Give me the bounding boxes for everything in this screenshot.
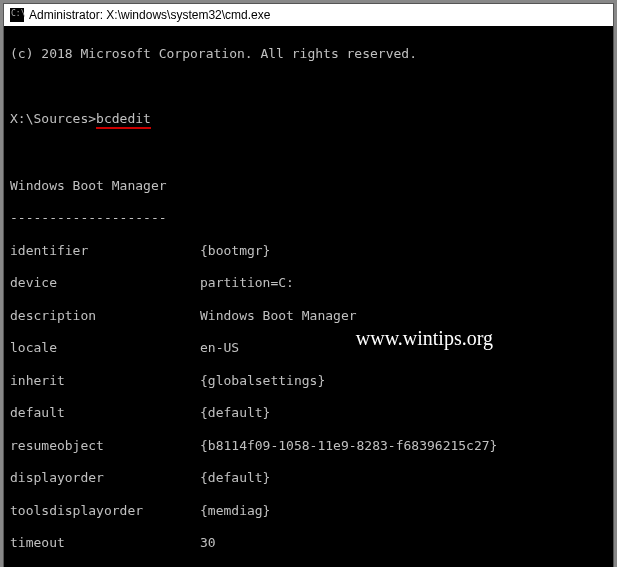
prompt-text: X:\Sources>: [10, 111, 96, 126]
bm-locale: localeen-US: [10, 340, 607, 356]
bm-inherit: inherit{globalsettings}: [10, 373, 607, 389]
bm-description: descriptionWindows Boot Manager: [10, 308, 607, 324]
bm-resumeobject: resumeobject{b8114f09-1058-11e9-8283-f68…: [10, 438, 607, 454]
cmd-window: Administrator: X:\windows\system32\cmd.e…: [3, 3, 614, 567]
bm-timeout: timeout30: [10, 535, 607, 551]
prompt-line-1: X:\Sources>bcdedit: [10, 111, 607, 129]
section-boot-manager-title: Windows Boot Manager: [10, 178, 607, 194]
section-divider: --------------------: [10, 210, 607, 226]
bm-default: default{default}: [10, 405, 607, 421]
titlebar[interactable]: Administrator: X:\windows\system32\cmd.e…: [4, 4, 613, 26]
bm-displayorder: displayorder{default}: [10, 470, 607, 486]
terminal-area[interactable]: (c) 2018 Microsoft Corporation. All righ…: [4, 26, 613, 567]
bm-device: devicepartition=C:: [10, 275, 607, 291]
bm-identifier: identifier{bootmgr}: [10, 243, 607, 259]
bm-toolsdisplayorder: toolsdisplayorder{memdiag}: [10, 503, 607, 519]
copyright-line: (c) 2018 Microsoft Corporation. All righ…: [10, 46, 607, 62]
cmd-icon: [10, 8, 24, 22]
command-typed: bcdedit: [96, 111, 151, 129]
window-title: Administrator: X:\windows\system32\cmd.e…: [29, 8, 270, 22]
